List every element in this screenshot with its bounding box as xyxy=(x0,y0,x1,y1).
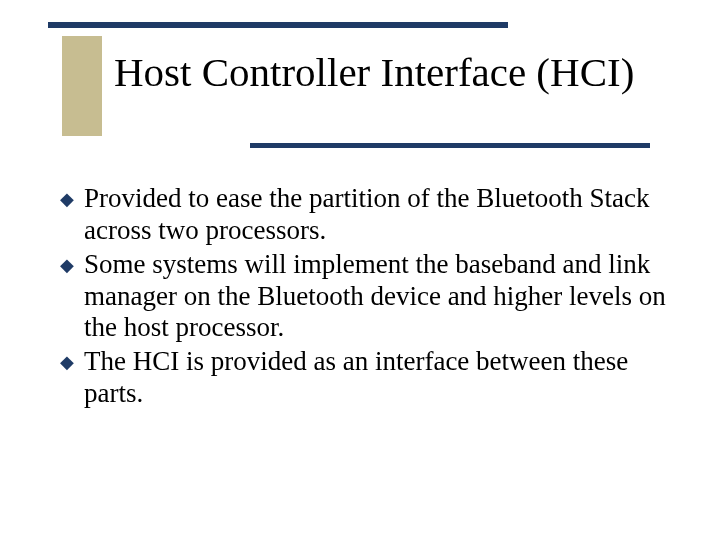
diamond-bullet-icon: ◆ xyxy=(60,249,84,281)
list-item: ◆ The HCI is provided as an interface be… xyxy=(60,346,670,410)
header-top-rule xyxy=(48,22,508,28)
list-item-text: Some systems will implement the baseband… xyxy=(84,249,670,345)
bullet-list: ◆ Provided to ease the partition of the … xyxy=(60,183,670,412)
header-bottom-rule xyxy=(250,143,650,148)
header-accent-block xyxy=(62,36,102,136)
slide-title: Host Controller Interface (HCI) xyxy=(114,50,684,95)
diamond-bullet-icon: ◆ xyxy=(60,183,84,215)
list-item-text: Provided to ease the partition of the Bl… xyxy=(84,183,670,247)
diamond-bullet-icon: ◆ xyxy=(60,346,84,378)
list-item-text: The HCI is provided as an interface betw… xyxy=(84,346,670,410)
list-item: ◆ Provided to ease the partition of the … xyxy=(60,183,670,247)
slide: Host Controller Interface (HCI) ◆ Provid… xyxy=(0,0,720,540)
list-item: ◆ Some systems will implement the baseba… xyxy=(60,249,670,345)
